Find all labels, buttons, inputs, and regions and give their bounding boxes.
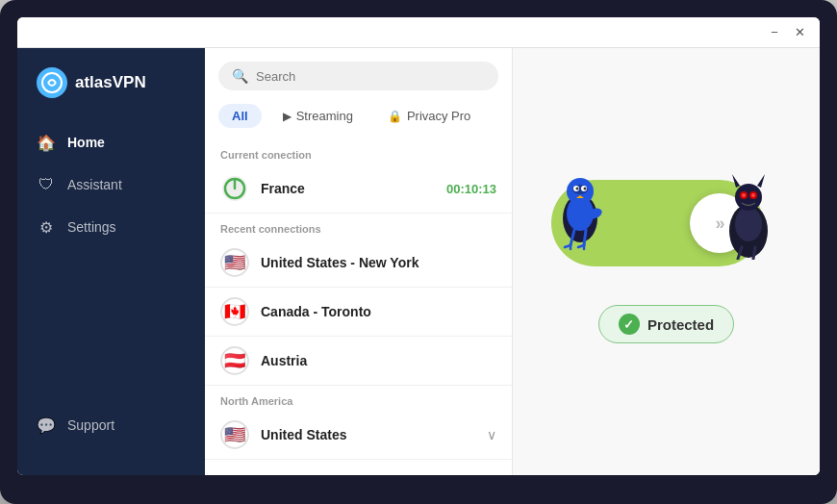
tab-streaming-label: Streaming (296, 109, 353, 123)
tab-all[interactable]: All (218, 104, 262, 128)
vpn-toggle[interactable]: » (551, 180, 763, 266)
svg-line-30 (753, 247, 755, 259)
right-panel: » (513, 48, 820, 475)
vpn-toggle-container: » (551, 180, 782, 286)
chevron-down-icon: ∨ (487, 427, 496, 442)
recent-connections-label: Recent connections (205, 217, 512, 239)
search-bar: 🔍 (205, 48, 512, 100)
current-country-name: France (261, 181, 435, 196)
home-icon: 🏠 (37, 133, 56, 152)
chat-icon: 💬 (37, 416, 56, 435)
main-content: 🔍 All ▶ Streaming (205, 48, 820, 475)
protected-label: Protected (647, 316, 714, 333)
app-body: atlasVPN 🏠 Home 🛡 Assistant ⚙ Settings (17, 48, 820, 475)
laptop-frame: − ✕ atlasVPN (0, 0, 837, 504)
checkmark-icon: ✓ (619, 314, 640, 335)
austria-label: Austria (261, 353, 496, 368)
play-icon: ▶ (283, 110, 292, 123)
window-chrome: − ✕ (17, 17, 820, 48)
tab-all-label: All (232, 109, 248, 123)
svg-point-28 (751, 193, 755, 197)
current-connection-section: Current conection France (205, 138, 512, 215)
sidebar-bottom: 💬 Support (17, 404, 205, 456)
minimize-button[interactable]: − (768, 26, 781, 39)
sidebar-item-assistant[interactable]: 🛡 Assistant (17, 164, 205, 206)
north-america-section: North America 🇺🇸 United States ∨ (205, 388, 512, 462)
list-item[interactable]: 🇨🇦 Canada - Toronto (205, 288, 512, 337)
nav-assistant-label: Assistant (67, 177, 122, 192)
sidebar: atlasVPN 🏠 Home 🛡 Assistant ⚙ Settings (17, 48, 205, 475)
svg-point-10 (575, 188, 578, 190)
list-item[interactable]: 🇦🇹 Austria (205, 337, 512, 386)
shield-icon: 🛡 (37, 175, 56, 194)
logo-icon (37, 67, 67, 98)
filter-tabs: All ▶ Streaming 🔒 Privacy Pro (205, 100, 512, 138)
search-input-wrap[interactable]: 🔍 (218, 62, 498, 90)
svg-point-0 (42, 73, 62, 92)
villain-character (715, 168, 782, 260)
sidebar-item-home[interactable]: 🏠 Home (17, 121, 205, 164)
lock-icon: 🔒 (388, 110, 402, 123)
sidebar-item-support[interactable]: 💬 Support (17, 404, 205, 446)
gear-icon: ⚙ (37, 217, 56, 237)
svg-point-22 (735, 184, 762, 211)
tab-privacy-pro[interactable]: 🔒 Privacy Pro (374, 104, 484, 128)
austria-flag: 🇦🇹 (220, 346, 249, 375)
recent-connections-section: Recent connections 🇺🇸 United States - Ne… (205, 215, 512, 388)
list-item[interactable]: 🇺🇸 United States ∨ (205, 411, 512, 460)
left-panel: 🔍 All ▶ Streaming (205, 48, 513, 475)
sidebar-item-settings[interactable]: ⚙ Settings (17, 206, 205, 248)
svg-point-27 (742, 193, 746, 197)
north-america-label: North America (205, 390, 512, 411)
canada-flag: 🇨🇦 (220, 297, 249, 326)
tab-privacy-pro-label: Privacy Pro (407, 109, 470, 123)
search-input[interactable] (256, 69, 485, 84)
nav-settings-label: Settings (67, 219, 116, 235)
close-button[interactable]: ✕ (793, 26, 806, 39)
logo-text: atlasVPN (75, 73, 146, 92)
current-connection-label: Current conection (205, 143, 512, 164)
sidebar-logo: atlasVPN (17, 67, 205, 121)
current-connection-item[interactable]: France 00:10:13 (205, 164, 512, 214)
svg-line-14 (584, 230, 586, 245)
list-item[interactable]: 🇺🇸 United States - New York (205, 239, 512, 288)
svg-point-11 (583, 188, 586, 190)
tab-streaming[interactable]: ▶ Streaming (269, 104, 367, 128)
france-flag (220, 174, 249, 203)
search-icon: 🔍 (232, 68, 248, 84)
protected-badge: ✓ Protected (598, 305, 734, 343)
laptop-screen: − ✕ atlasVPN (17, 17, 820, 475)
hero-character (542, 161, 619, 257)
us-flag: 🇺🇸 (220, 248, 249, 277)
svg-marker-23 (732, 174, 740, 188)
svg-point-21 (735, 207, 762, 241)
nav-home-label: Home (67, 135, 105, 150)
canada-toronto-label: Canada - Toronto (261, 304, 496, 319)
nav-support-label: Support (67, 417, 114, 433)
us-label: United States (261, 427, 475, 442)
svg-marker-24 (757, 174, 765, 188)
us-flag-2: 🇺🇸 (220, 420, 249, 449)
connection-timer: 00:10:13 (446, 182, 496, 196)
us-ny-label: United States - New York (261, 255, 496, 270)
nav-items: 🏠 Home 🛡 Assistant ⚙ Settings (17, 121, 205, 404)
